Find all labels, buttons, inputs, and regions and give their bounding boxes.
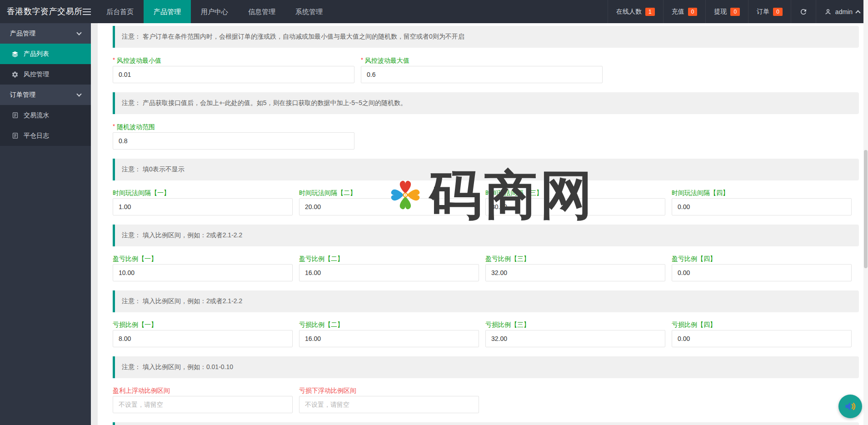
- speaker-icon: [844, 400, 857, 413]
- field-loss-float: 亏损下浮动比例区间: [299, 386, 485, 413]
- stat-online-users[interactable]: 在线人数 1: [608, 0, 663, 23]
- sidebar-item-label: 产品列表: [24, 50, 49, 58]
- note-float-range: 注意： 填入比例区间，例如：0.01-0.10: [113, 356, 859, 378]
- note-text: 注意： 填入比例区间，例如：2或者2.1-2.2: [122, 231, 242, 240]
- loss-2-input[interactable]: [299, 330, 479, 347]
- nav-item-system[interactable]: 系统管理: [285, 0, 333, 23]
- loss-4-input[interactable]: [672, 330, 852, 347]
- layers-icon: [11, 50, 19, 58]
- stat-deposits[interactable]: 充值 0: [663, 0, 706, 23]
- sidebar-group-products[interactable]: 产品管理: [0, 23, 91, 44]
- nav-item-dashboard[interactable]: 后台首页: [96, 0, 144, 23]
- nav-item-information[interactable]: 信息管理: [238, 0, 285, 23]
- loss-float-input[interactable]: [299, 396, 479, 413]
- refresh-icon: [799, 8, 808, 16]
- field-label: 盈亏比例【三】: [485, 255, 665, 263]
- stat-label: 在线人数: [616, 8, 642, 16]
- pl-4-input[interactable]: [672, 264, 852, 281]
- loss-1-input[interactable]: [113, 330, 293, 347]
- pl-1-input[interactable]: [113, 264, 293, 281]
- announcement-float-button[interactable]: [838, 395, 862, 418]
- field-label: 亏损比例【二】: [299, 320, 479, 329]
- sidebar-group-label: 产品管理: [10, 30, 35, 38]
- field-time-1: 时间玩法间隔【一】: [113, 189, 299, 215]
- field-label: 时间玩法间隔【四】: [672, 189, 852, 197]
- refresh-button[interactable]: [791, 0, 816, 23]
- user-menu[interactable]: admin: [816, 0, 868, 23]
- app-title: 香港数字资产交易所: [0, 0, 77, 23]
- random-range-input[interactable]: [113, 132, 354, 150]
- sidebar-item-product-list[interactable]: 产品列表: [0, 44, 91, 64]
- field-label: 盈亏比例【二】: [299, 255, 479, 263]
- field-label: 盈亏比例【一】: [113, 255, 293, 263]
- clipboard-icon: [11, 132, 19, 140]
- form-row-random: *随机波动范围: [113, 122, 859, 150]
- field-risk-min: *风控波动最小值: [113, 56, 361, 83]
- field-pl-3: 盈亏比例【三】: [485, 255, 672, 281]
- main-content: 注意： 客户订单在条件范围内时，会根据订单的涨或跌，自动减或加最小值与最大值之间…: [98, 23, 863, 425]
- scrollbar-thumb[interactable]: [864, 150, 868, 268]
- field-label: 盈亏比例【四】: [672, 255, 852, 263]
- time-3-input[interactable]: [485, 198, 665, 215]
- time-2-input[interactable]: [299, 198, 479, 215]
- time-4-input[interactable]: [672, 198, 852, 215]
- top-menu: 后台首页 产品管理 用户中心 信息管理 系统管理: [96, 0, 333, 23]
- page-scrollbar[interactable]: [863, 0, 868, 425]
- required-asterisk: *: [113, 123, 115, 130]
- stat-badge: 0: [730, 8, 740, 16]
- field-time-4: 时间玩法间隔【四】: [672, 189, 858, 215]
- sidebar: 产品管理 产品列表 风控管理 订单管理 交易流水: [0, 23, 91, 425]
- field-label: 盈利上浮动比例区间: [113, 386, 293, 395]
- field-time-2: 时间玩法间隔【二】: [299, 189, 485, 215]
- stat-label: 订单: [757, 8, 769, 16]
- nav-right: 在线人数 1 充值 0 提现 0 订单 0 admin: [608, 0, 868, 23]
- user-icon: [824, 8, 832, 15]
- field-random-range: *随机波动范围: [113, 122, 361, 150]
- field-label: 亏损比例【四】: [672, 320, 852, 329]
- sidebar-item-label: 平仓日志: [24, 132, 49, 140]
- sidebar-item-trade-flow[interactable]: 交易流水: [0, 105, 91, 125]
- note-text: 注意： 填0表示不显示: [122, 165, 185, 174]
- field-profit-float: 盈利上浮动比例区间: [113, 386, 299, 413]
- field-label: 亏损比例【一】: [113, 320, 293, 329]
- field-loss-4: 亏损比例【四】: [672, 320, 858, 347]
- note-text: 注意： 填入比例区间，例如：2或者2.1-2.2: [122, 297, 242, 305]
- chevron-up-icon: [855, 10, 860, 15]
- field-pl-2: 盈亏比例【二】: [299, 255, 485, 281]
- note-text: 注意： 填入比例区间，例如：0.01-0.10: [122, 363, 233, 371]
- field-loss-1: 亏损比例【一】: [113, 320, 299, 347]
- risk-min-input[interactable]: [113, 66, 354, 83]
- note-text: 注意： 产品获取接口值后，会加上+-此处的值。如5，则在接口获取的数据中加上-5…: [122, 99, 407, 107]
- field-label: 时间玩法间隔【一】: [113, 189, 293, 197]
- time-1-input[interactable]: [113, 198, 293, 215]
- field-pl-4: 盈亏比例【四】: [672, 255, 858, 281]
- field-loss-2: 亏损比例【二】: [299, 320, 485, 347]
- pl-3-input[interactable]: [485, 264, 665, 281]
- stat-label: 提现: [714, 8, 727, 16]
- risk-max-input[interactable]: [361, 66, 603, 83]
- form-row-time-intervals: 时间玩法间隔【一】 时间玩法间隔【二】 时间玩法间隔【三】 时间玩法间隔【四】: [113, 189, 859, 215]
- stat-badge: 0: [773, 8, 783, 16]
- field-label: 亏损比例【三】: [485, 320, 665, 329]
- pl-2-input[interactable]: [299, 264, 479, 281]
- nav-item-users[interactable]: 用户中心: [191, 0, 238, 23]
- chevron-down-icon: [76, 30, 81, 35]
- loss-3-input[interactable]: [485, 330, 665, 347]
- note-api-offset: 注意： 产品获取接口值后，会加上+-此处的值。如5，则在接口获取的数据中加上-5…: [113, 92, 859, 114]
- field-label: 时间玩法间隔【三】: [485, 189, 665, 197]
- field-label: *风控波动最大值: [361, 56, 603, 65]
- field-loss-3: 亏损比例【三】: [485, 320, 672, 347]
- sidebar-group-orders[interactable]: 订单管理: [0, 85, 91, 105]
- stat-badge: 0: [688, 8, 698, 16]
- stat-badge: 1: [645, 8, 655, 16]
- note-loss-ratio: 注意： 填入比例区间，例如：2或者2.1-2.2: [113, 290, 859, 312]
- sidebar-item-risk-control[interactable]: 风控管理: [0, 64, 91, 85]
- sidebar-collapse-button[interactable]: [77, 0, 96, 23]
- field-label: *随机波动范围: [113, 122, 354, 131]
- required-asterisk: *: [361, 56, 363, 63]
- profit-float-input[interactable]: [113, 396, 293, 413]
- stat-orders[interactable]: 订单 0: [748, 0, 791, 23]
- sidebar-item-close-log[interactable]: 平仓日志: [0, 125, 91, 146]
- nav-item-products[interactable]: 产品管理: [144, 0, 191, 23]
- stat-withdrawals[interactable]: 提现 0: [705, 0, 748, 23]
